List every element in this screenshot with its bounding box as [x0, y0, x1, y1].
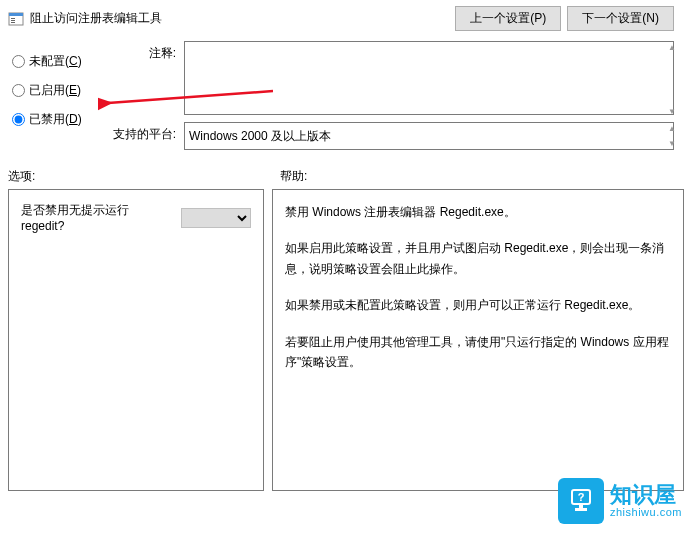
radio-enabled[interactable]: 已启用(E): [12, 82, 98, 99]
svg-rect-3: [11, 20, 15, 21]
watermark-url: zhishiwu.com: [610, 506, 682, 518]
help-panel: 禁用 Windows 注册表编辑器 Regedit.exe。 如果启用此策略设置…: [272, 189, 684, 491]
platform-label: 支持的平台:: [106, 122, 176, 150]
scroll-arrows: ▲▼: [668, 124, 682, 148]
comment-label: 注释:: [106, 41, 176, 118]
watermark-icon: ?: [558, 478, 604, 524]
watermark: ? 知识屋 zhishiwu.com: [558, 478, 682, 524]
scroll-arrows: ▲▼: [668, 43, 682, 116]
svg-text:?: ?: [578, 491, 585, 503]
svg-rect-9: [579, 504, 583, 508]
svg-rect-10: [575, 508, 587, 511]
help-heading: 帮助:: [280, 168, 307, 185]
options-heading: 选项:: [8, 168, 280, 185]
help-text: 禁用 Windows 注册表编辑器 Regedit.exe。: [285, 202, 671, 222]
radio-not-configured[interactable]: 未配置(C): [12, 53, 98, 70]
comment-textarea[interactable]: [184, 41, 674, 115]
prev-setting-button[interactable]: 上一个设置(P): [455, 6, 561, 31]
policy-icon: [8, 11, 24, 27]
svg-rect-2: [11, 18, 15, 19]
platform-field: Windows 2000 及以上版本: [184, 122, 674, 150]
regedit-silent-dropdown[interactable]: [181, 208, 251, 228]
help-text: 若要阻止用户使用其他管理工具，请使用"只运行指定的 Windows 应用程序"策…: [285, 332, 671, 373]
svg-rect-1: [9, 13, 23, 16]
svg-rect-4: [11, 22, 15, 23]
help-text: 如果启用此策略设置，并且用户试图启动 Regedit.exe，则会出现一条消息，…: [285, 238, 671, 279]
window-title: 阻止访问注册表编辑工具: [30, 10, 449, 27]
option-question: 是否禁用无提示运行 regedit?: [21, 202, 175, 233]
watermark-title: 知识屋: [610, 484, 682, 506]
radio-disabled[interactable]: 已禁用(D): [12, 111, 98, 128]
help-text: 如果禁用或未配置此策略设置，则用户可以正常运行 Regedit.exe。: [285, 295, 671, 315]
next-setting-button[interactable]: 下一个设置(N): [567, 6, 674, 31]
options-panel: 是否禁用无提示运行 regedit?: [8, 189, 264, 491]
state-radio-group: 未配置(C) 已启用(E) 已禁用(D): [12, 41, 98, 128]
